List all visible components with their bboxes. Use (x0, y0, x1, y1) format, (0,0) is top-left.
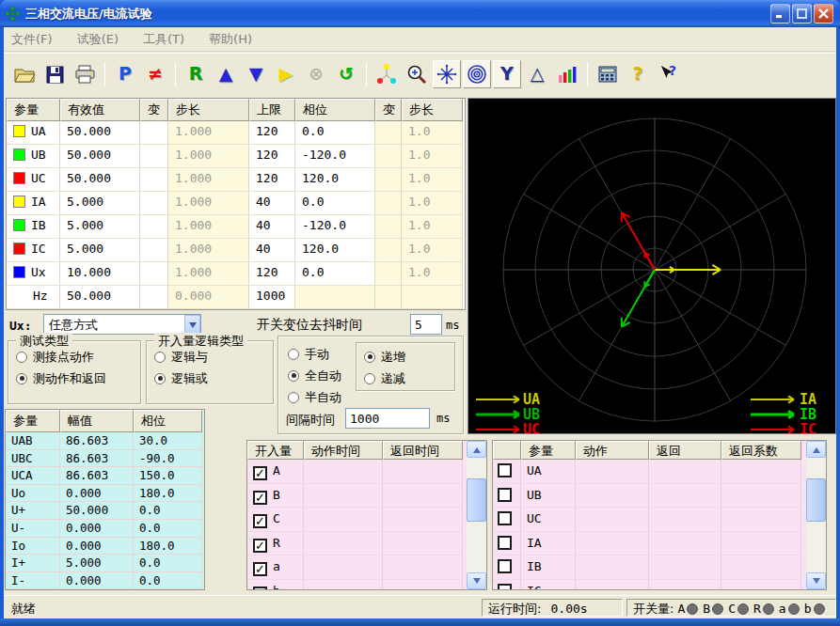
menu-item-4[interactable]: 帮助(H) (209, 31, 252, 48)
input-check-cell[interactable]: ✓C (247, 508, 304, 532)
scroll-up-button[interactable] (467, 441, 486, 458)
toolbar-button-delta-view[interactable]: △ (523, 60, 551, 88)
param-cell[interactable] (140, 215, 168, 239)
param-cell[interactable] (375, 239, 402, 262)
result-check-cell[interactable] (493, 508, 521, 532)
direction-option-2[interactable]: 递减 (364, 370, 454, 386)
close-button[interactable] (814, 4, 833, 23)
param-cell[interactable]: 1.0 (402, 145, 463, 168)
minimize-button[interactable] (770, 4, 790, 23)
param-cell[interactable]: 1.0 (402, 262, 463, 286)
param-cell[interactable]: 120 (249, 262, 295, 286)
toolbar-button-bar-view[interactable] (553, 60, 581, 88)
param-cell[interactable]: 5.000 (60, 239, 140, 262)
result-check-cell[interactable] (493, 460, 521, 484)
param-cell[interactable]: 50.000 (60, 121, 140, 145)
toolbar-button-context-help[interactable]: ? (654, 60, 682, 88)
toolbar-button-revert[interactable]: ↺ (332, 60, 360, 88)
param-cell[interactable]: 1.000 (168, 262, 249, 286)
toolbar-button-short-circuit[interactable]: ≠ (141, 60, 169, 88)
result-check-cell[interactable] (493, 484, 521, 509)
param-cell[interactable]: 0.000 (168, 286, 249, 309)
param-cell[interactable] (295, 286, 375, 309)
checkbox-checked[interactable]: ✓ (253, 539, 267, 553)
input-check-cell[interactable]: ✓R (247, 532, 304, 556)
param-cell[interactable] (402, 286, 463, 309)
menu-item-2[interactable]: 试验(E) (77, 31, 119, 48)
param-cell[interactable]: 0.0 (295, 262, 375, 286)
vertical-scrollbar[interactable] (467, 441, 486, 589)
toolbar-button-param-p[interactable]: P (111, 60, 139, 88)
param-cell[interactable]: 50.000 (60, 168, 140, 192)
checkbox-checked[interactable]: ✓ (253, 514, 267, 528)
checkbox-checked[interactable]: ✓ (253, 562, 267, 576)
toolbar-button-polar-view[interactable] (463, 60, 491, 88)
param-cell[interactable]: 1.0 (402, 121, 463, 145)
param-cell[interactable]: 1.0 (402, 192, 463, 215)
input-check-cell[interactable]: ✓a (247, 556, 304, 580)
toolbar-button-reset-r[interactable]: R (182, 60, 210, 88)
param-cell[interactable] (140, 145, 168, 168)
param-cell[interactable]: 1.000 (168, 192, 249, 215)
checkbox-unchecked[interactable] (498, 536, 512, 550)
param-cell[interactable]: 1.0 (402, 239, 463, 262)
param-cell[interactable]: 120 (249, 121, 295, 145)
param-cell[interactable] (375, 286, 402, 309)
debounce-input[interactable] (410, 314, 442, 335)
toolbar-button-help[interactable]: ? (624, 60, 652, 88)
param-cell[interactable]: 40 (249, 215, 295, 239)
param-cell[interactable]: 120.0 (295, 239, 375, 262)
param-cell[interactable]: 0.0 (295, 121, 375, 145)
param-cell[interactable] (375, 121, 402, 145)
test-type-option-1[interactable]: 测接点动作 (16, 349, 140, 365)
param-cell[interactable]: 1.0 (402, 215, 463, 239)
toolbar-button-vector-view[interactable] (372, 60, 401, 88)
checkbox-unchecked[interactable] (498, 559, 512, 573)
scroll-down-button[interactable] (467, 572, 486, 589)
scroll-thumb[interactable] (467, 478, 486, 522)
checkbox-checked[interactable]: ✓ (253, 491, 267, 505)
maximize-button[interactable] (792, 4, 812, 23)
chevron-down-icon[interactable] (184, 315, 200, 334)
param-cell[interactable]: 1.000 (168, 239, 249, 262)
param-cell[interactable]: 1.000 (168, 121, 249, 145)
param-cell[interactable] (140, 262, 168, 286)
toolbar-button-rays-view[interactable] (433, 60, 461, 88)
mode-option-1[interactable]: 手动 (288, 346, 356, 362)
checkbox-unchecked[interactable] (498, 511, 512, 525)
checkbox-unchecked[interactable] (498, 488, 512, 502)
toolbar-button-step-down[interactable]: ▼ (242, 60, 270, 88)
param-cell[interactable] (375, 215, 402, 239)
test-type-option-2[interactable]: 测动作和返回 (16, 370, 140, 386)
toolbar-button-calculator[interactable] (594, 60, 622, 88)
mode-option-2[interactable]: 全自动 (288, 368, 356, 383)
param-cell[interactable]: 1.0 (402, 168, 463, 192)
toolbar-button-wye-view[interactable]: Y (493, 60, 521, 88)
param-cell[interactable]: 1.000 (168, 168, 249, 192)
param-cell[interactable] (140, 286, 168, 309)
direction-option-1[interactable]: 递增 (364, 349, 454, 365)
param-cell[interactable]: 40 (249, 192, 295, 215)
toolbar-button-open-file[interactable] (10, 60, 39, 88)
param-cell[interactable]: 1.000 (168, 215, 249, 239)
param-cell[interactable] (140, 192, 168, 215)
logic-type-option-1[interactable]: 逻辑与 (154, 349, 273, 365)
scroll-thumb[interactable] (806, 478, 826, 522)
param-cell[interactable]: -120.0 (295, 145, 375, 168)
menu-item-3[interactable]: 工具(T) (143, 31, 184, 48)
param-cell[interactable] (375, 168, 402, 192)
scroll-down-button[interactable] (806, 572, 826, 589)
param-cell[interactable]: 120 (249, 145, 295, 168)
param-cell[interactable]: 1000 (249, 286, 295, 309)
param-cell[interactable]: 10.000 (60, 262, 140, 286)
param-cell[interactable] (375, 145, 402, 168)
input-check-cell[interactable]: ✓B (247, 484, 304, 509)
param-cell[interactable] (140, 168, 168, 192)
result-check-cell[interactable] (493, 556, 521, 580)
result-check-cell[interactable] (493, 580, 521, 591)
param-cell[interactable]: 40 (249, 239, 295, 262)
checkbox-checked[interactable]: ✓ (253, 587, 267, 591)
param-cell[interactable]: 50.000 (60, 286, 140, 309)
logic-type-option-2[interactable]: 逻辑或 (154, 370, 273, 386)
param-cell[interactable]: 5.000 (60, 215, 140, 239)
